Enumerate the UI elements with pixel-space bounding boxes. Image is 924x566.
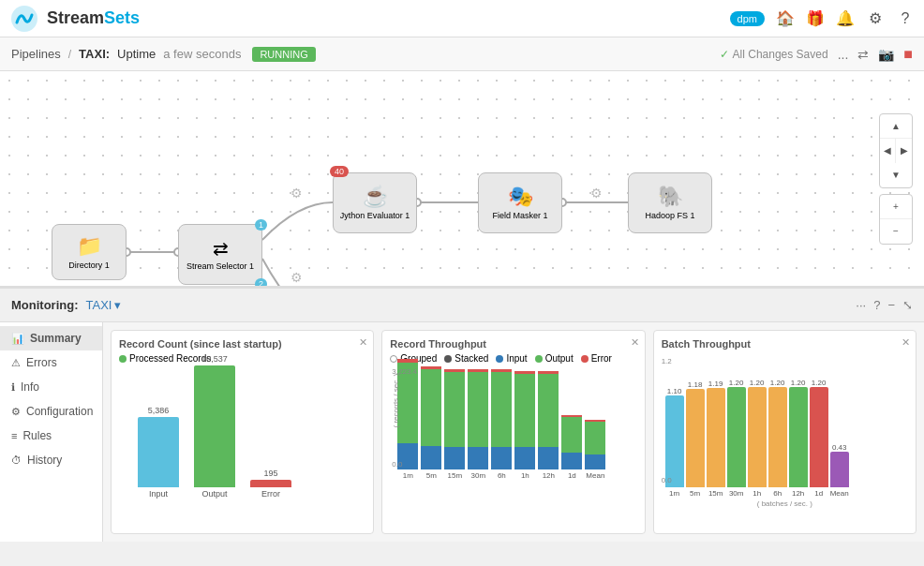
bar-1d: 1d [561, 415, 582, 480]
bar-6h-label: 6h [498, 471, 506, 480]
bar-30m: 30m [468, 369, 488, 480]
bar-1h-output [514, 374, 535, 447]
stream-selector-badge-1: 1 [255, 219, 267, 231]
bar-1h-label: 1h [521, 471, 529, 480]
pan-down-button[interactable]: ▼ [879, 163, 913, 187]
hadoop-icon: 🐘 [658, 185, 683, 209]
output-throughput-dot [535, 355, 543, 363]
stacked-dot [444, 355, 452, 363]
batch-12h-label: 12h [792, 489, 804, 498]
sidebar-item-rules[interactable]: ≡ Rules [0, 424, 102, 448]
pipeline-canvas[interactable]: ⚙ ⚙ ⚙ ⚙ ⚙ 📁 Directory 1 1 2 ⇄ Stream Sel… [0, 71, 924, 287]
shuffle-button[interactable]: ⇄ [857, 47, 869, 62]
batch-mean-label: Mean [830, 489, 849, 498]
monitoring-body: 📊 Summary ⚠ Errors ℹ Info ⚙ Configuratio… [0, 322, 924, 542]
error-throughput-label: Error [591, 353, 612, 364]
summary-icon: 📊 [11, 333, 24, 345]
monitoring-tab-chevron: ▾ [114, 298, 121, 312]
sidebar-item-errors[interactable]: ⚠ Errors [0, 350, 102, 375]
bar-12h-output [538, 374, 559, 447]
monitoring-title: Monitoring: [11, 298, 78, 312]
monitoring-more-button[interactable]: ··· [856, 298, 866, 312]
help-icon[interactable]: ? [896, 9, 915, 28]
pan-left-button[interactable]: ◀ [879, 139, 896, 163]
batch-5m-bar [686, 389, 705, 487]
batch-throughput-close-button[interactable]: ✕ [902, 336, 910, 349]
sidebar-item-history[interactable]: ⏱ History [0, 448, 102, 472]
toolbar: Pipelines / TAXI: Uptime a few seconds R… [0, 37, 924, 71]
pan-right-button[interactable]: ▶ [896, 139, 913, 163]
header-left: StreamSets [9, 4, 140, 34]
monitoring-sidebar: 📊 Summary ⚠ Errors ℹ Info ⚙ Configuratio… [0, 322, 103, 542]
bar-12h-input [538, 447, 559, 469]
stop-button[interactable]: ■ [903, 46, 913, 63]
running-status-badge: RUNNING [252, 47, 315, 62]
camera-button[interactable]: 📷 [878, 47, 894, 62]
batch-1m-bar [665, 395, 684, 487]
output-throughput-label: Output [545, 353, 574, 364]
monitoring-help-button[interactable]: ? [873, 298, 880, 312]
batch-6h-label: 6h [773, 489, 782, 498]
batch-1d-val: 1.20 [812, 379, 827, 387]
sidebar-item-info[interactable]: ℹ Info [0, 375, 102, 399]
directory-label: Directory 1 [68, 261, 110, 271]
stacked-legend: Stacked [444, 353, 488, 364]
zoom-in-button[interactable]: + [879, 195, 913, 219]
pan-up-button[interactable]: ▲ [879, 114, 913, 139]
configuration-label: Configuration [26, 405, 93, 418]
error-throughput-dot [581, 355, 589, 363]
node-directory[interactable]: 📁 Directory 1 [52, 224, 127, 280]
bar-6h-output [491, 372, 512, 447]
record-throughput-chart: Record Throughput ✕ Grouped Stacked Inpu… [381, 330, 645, 534]
node-jython[interactable]: 40 ☕ Jython Evaluator 1 [333, 172, 417, 233]
toolbar-separator: / [68, 48, 71, 61]
output-label: Output [201, 489, 227, 499]
bell-icon[interactable]: 🔔 [836, 9, 855, 28]
batch-5m-label: 5m [690, 489, 700, 498]
bar-6h-input [491, 447, 512, 469]
batch-mean: 0.43 Mean [830, 443, 849, 498]
batch-mean-val: 0.43 [832, 443, 847, 452]
saved-status: ✓ All Changes Saved [720, 48, 828, 61]
pipelines-link[interactable]: Pipelines [11, 47, 61, 61]
sidebar-item-summary[interactable]: 📊 Summary [0, 326, 102, 350]
gift-icon[interactable]: 🎁 [806, 9, 825, 28]
batch-throughput-title: Batch Throughput [662, 338, 908, 350]
monitoring-tab[interactable]: TAXI ▾ [85, 298, 121, 312]
zoom-out-button[interactable]: − [879, 219, 913, 244]
dpm-button[interactable]: dpm [730, 11, 765, 26]
batch-15m-label: 15m [708, 489, 723, 498]
monitoring-expand-button[interactable]: ⤡ [902, 298, 913, 312]
record-count-close-button[interactable]: ✕ [359, 336, 367, 349]
bar-mean: Mean [585, 420, 605, 480]
bar-1m-label: 1m [403, 471, 413, 480]
record-count-bars: 5,386 Input 10,537 Output 195 Error [119, 367, 365, 499]
pan-controls: ▲ ◀ ▶ ▼ [879, 113, 913, 188]
record-throughput-close-button[interactable]: ✕ [631, 336, 639, 349]
logo-sets: Sets [104, 8, 140, 27]
input-bar [138, 417, 179, 487]
batch-5m: 1.18 5m [686, 380, 705, 498]
batch-6h-bar [768, 387, 787, 487]
node-stream-selector[interactable]: 1 2 ⇄ Stream Selector 1 [178, 224, 262, 285]
settings-icon[interactable]: ⚙ [866, 9, 885, 28]
bar-12h: 12h [538, 371, 559, 480]
bar-5m-output [421, 369, 441, 446]
batch-throughput-chart: Batch Throughput ✕ 1.2 0.0 1.10 1m 1.18 … [653, 330, 917, 534]
home-icon[interactable]: 🏠 [776, 9, 795, 28]
sidebar-item-configuration[interactable]: ⚙ Configuration [0, 399, 102, 424]
node-hadoop[interactable]: 🐘 Hadoop FS 1 [628, 172, 712, 233]
logo-stream: Stream [47, 8, 104, 27]
node-field-masker[interactable]: 🎭 Field Masker 1 [478, 172, 562, 233]
error-bar-group: 195 Error [250, 469, 291, 499]
errors-label: Errors [26, 356, 57, 369]
canvas-background [0, 71, 924, 286]
batch-15m: 1.19 15m [707, 380, 725, 498]
batch-12h-bar [789, 387, 808, 487]
jython-icon: ☕ [363, 185, 388, 209]
batch-1m-label: 1m [669, 489, 679, 498]
record-throughput-legend: Grouped Stacked Input Output [390, 353, 636, 364]
monitoring-minimize-button[interactable]: − [887, 298, 895, 312]
toolbar-right: ✓ All Changes Saved ... ⇄ 📷 ■ [720, 46, 913, 63]
more-button[interactable]: ... [838, 47, 849, 62]
